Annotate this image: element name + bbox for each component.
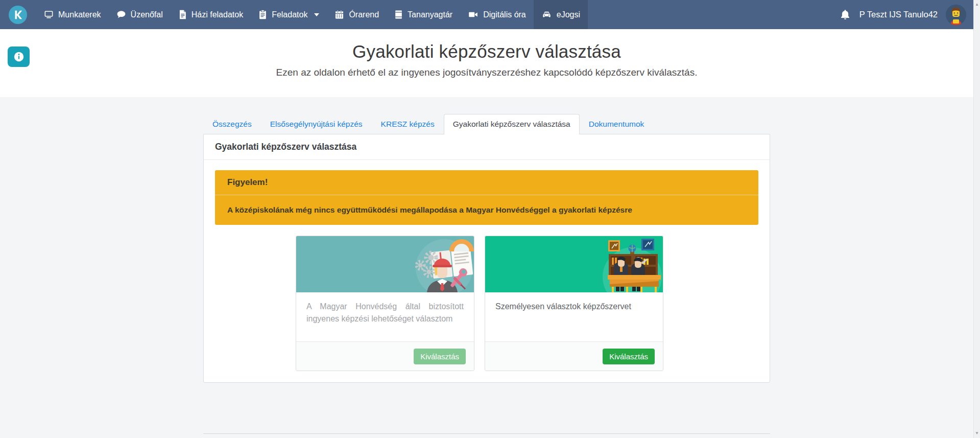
card-description: A Magyar Honvédség által biztosított ing… [296, 292, 474, 341]
nav-items: Munkaterek Üzenőfal Házi feladatok Felad… [36, 0, 588, 29]
top-navbar: Munkaterek Üzenőfal Házi feladatok Felad… [0, 0, 973, 29]
nav-item-ejogsi[interactable]: eJogsi [534, 0, 588, 29]
tab-dokumentumok[interactable]: Dokumentumok [580, 114, 654, 134]
scrollbar-down-arrow-icon[interactable]: ▼ [974, 430, 980, 437]
card-description: Személyesen választok képzőszervet [485, 292, 663, 341]
engineer-illustration [296, 236, 474, 292]
footer-divider [203, 433, 770, 434]
page-scrollbar[interactable]: ▲ ▼ [973, 0, 980, 438]
book-icon [394, 10, 403, 19]
nav-item-label: Munkaterek [58, 10, 101, 19]
nav-item-label: eJogsi [557, 10, 580, 19]
card-footer: Kiválasztás [485, 341, 663, 371]
calendar-icon [334, 10, 344, 19]
nav-item-label: Tananyagtár [408, 10, 452, 19]
cards-row: A Magyar Honvédség által biztosított ing… [296, 236, 758, 371]
page-subtitle: Ezen az oldalon érhető el az ingyenes jo… [0, 67, 973, 78]
video-camera-icon [468, 10, 479, 19]
avatar-figure-icon [946, 5, 966, 25]
card-personal-option: Személyesen választok képzőszervet Kivál… [485, 236, 663, 371]
warning-message: A középiskolának még nincs együttműködés… [215, 195, 758, 225]
warning-title: Figyelem! [215, 170, 758, 195]
main-content: Összegzés Elsősegélynyújtási képzés KRES… [0, 97, 973, 438]
teachers-illustration [485, 236, 663, 292]
kivalasztas-button-honvedseg[interactable]: Kiválasztás [414, 349, 466, 364]
nav-item-label: Digitális óra [483, 10, 526, 19]
nav-item-tananyagtar[interactable]: Tananyagtár [387, 0, 460, 29]
kivalasztas-button-personal[interactable]: Kiválasztás [603, 349, 655, 364]
chat-icon [116, 10, 126, 19]
document-icon [178, 10, 187, 19]
nav-item-feladatok[interactable]: Feladatok [251, 0, 327, 29]
panel: Gyakorlati képzőszerv választása Figyele… [203, 134, 770, 383]
clipboard-icon [258, 10, 267, 19]
tab-gyakorlati-kepzoszerv-valasztasa[interactable]: Gyakorlati képzőszerv választása [444, 114, 580, 134]
card-footer: Kiválasztás [296, 341, 474, 371]
nav-item-digitalis-ora[interactable]: Digitális óra [460, 0, 534, 29]
nav-item-orarend[interactable]: Órarend [327, 0, 387, 29]
nav-item-munkaterek[interactable]: Munkaterek [36, 0, 109, 29]
car-icon [541, 10, 552, 19]
page-header: Gyakorlati képzőszerv választása Ezen az… [0, 29, 973, 97]
tab-kresz-kepzes[interactable]: KRESZ képzés [372, 114, 444, 134]
tab-elsosegelynyujtasi-kepzes[interactable]: Elsősegélynyújtási képzés [261, 114, 372, 134]
card-honvedseg-option: A Magyar Honvédség által biztosított ing… [296, 236, 474, 371]
user-name[interactable]: P Teszt IJS Tanulo42 [859, 10, 938, 19]
tab-bar: Összegzés Elsősegélynyújtási képzés KRES… [203, 113, 770, 134]
nav-item-uzenofal[interactable]: Üzenőfal [109, 0, 171, 29]
tab-osszegzes[interactable]: Összegzés [203, 114, 261, 134]
monitor-icon [44, 10, 54, 19]
kreta-k-icon [12, 9, 23, 20]
chevron-down-icon [314, 13, 319, 16]
kreta-logo[interactable] [9, 6, 27, 24]
info-icon [13, 51, 25, 62]
page-title: Gyakorlati képzőszerv választása [0, 41, 973, 62]
scrollbar-up-arrow-icon[interactable]: ▲ [974, 1, 980, 8]
avatar[interactable] [946, 5, 966, 25]
nav-item-label: Üzenőfal [131, 10, 163, 19]
info-button[interactable] [8, 47, 30, 67]
notifications-bell-icon[interactable] [839, 9, 851, 21]
nav-item-label: Órarend [349, 10, 379, 19]
warning-box: Figyelem! A középiskolának még nincs egy… [215, 170, 758, 225]
panel-title: Gyakorlati képzőszerv választása [204, 134, 770, 160]
nav-item-label: Házi feladatok [192, 10, 243, 19]
navbar-right: P Teszt IJS Tanulo42 [839, 5, 973, 25]
panel-body: Figyelem! A középiskolának még nincs egy… [204, 160, 770, 382]
nav-item-hazi-feladatok[interactable]: Házi feladatok [171, 0, 251, 29]
nav-item-label: Feladatok [272, 10, 307, 19]
